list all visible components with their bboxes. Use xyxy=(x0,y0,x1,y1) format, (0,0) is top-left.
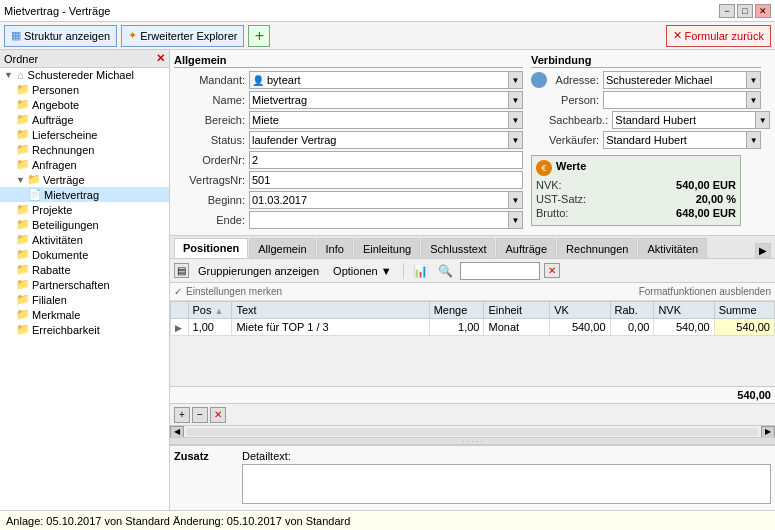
sidebar-item-dokumente[interactable]: 📁 Dokumente xyxy=(0,247,169,262)
scroll-track[interactable] xyxy=(186,428,759,436)
scroll-left-button[interactable]: ◀ xyxy=(170,426,184,438)
options-button[interactable]: Optionen ▼ xyxy=(328,263,397,279)
brutto-value: 648,00 EUR xyxy=(676,207,736,219)
status-dropdown-icon[interactable]: ▼ xyxy=(509,131,523,149)
data-table: Pos ▲ Text Menge Einheit VK Rab. NVK Sum… xyxy=(170,301,775,336)
delete-row-button[interactable]: ✕ xyxy=(210,407,226,423)
tab-rechnungen[interactable]: Rechnungen xyxy=(557,238,637,258)
sidebar-item-erreichbarkeit[interactable]: 📁 Erreichbarkeit xyxy=(0,322,169,337)
detailtext-textarea[interactable] xyxy=(242,464,771,504)
sidebar-item-rabatte[interactable]: 📁 Rabatte xyxy=(0,262,169,277)
table-toolbar: ▤ Gruppierungen anzeigen Optionen ▼ 📊 🔍 … xyxy=(170,259,775,283)
beginn-calendar-icon[interactable]: ▼ xyxy=(509,191,523,209)
table-icon-1[interactable]: 📊 xyxy=(410,263,431,279)
structure-button[interactable]: ▦ Struktur anzeigen xyxy=(4,25,117,47)
col-summe-header[interactable]: Summe xyxy=(714,302,774,319)
mandant-input[interactable] xyxy=(265,71,509,89)
table-area[interactable]: Pos ▲ Text Menge Einheit VK Rab. NVK Sum… xyxy=(170,301,775,386)
sidebar-item-label: Schustereder Michael xyxy=(28,69,134,81)
table-toolbar-separator xyxy=(403,263,404,279)
status-input[interactable] xyxy=(249,131,509,149)
table-row[interactable]: ▶ 1,00 Miete für TOP 1 / 3 1,00 Monat 54… xyxy=(171,319,775,336)
col-rab-header[interactable]: Rab. xyxy=(610,302,654,319)
tab-aktivitaeten[interactable]: Aktivitäten xyxy=(638,238,707,258)
vertragsnr-input[interactable] xyxy=(249,171,523,189)
sidebar-item-projekte[interactable]: 📁 Projekte xyxy=(0,202,169,217)
sidebar-item-vertraege[interactable]: ▼ 📁 Verträge xyxy=(0,172,169,187)
total-value: 540,00 xyxy=(737,389,771,401)
sidebar-item-label: Personen xyxy=(32,84,79,96)
verkaeufer-dropdown-icon[interactable]: ▼ xyxy=(747,131,761,149)
sidebar-item-partnerschaften[interactable]: 📁 Partnerschaften xyxy=(0,277,169,292)
sidebar-close-button[interactable]: ✕ xyxy=(156,52,165,65)
mandant-row: Mandant: 👤 ▼ xyxy=(174,71,523,89)
table-search-input[interactable] xyxy=(460,262,540,280)
table-clear-search-icon[interactable]: ✕ xyxy=(544,263,560,278)
adresse-dropdown-icon[interactable]: ▼ xyxy=(747,71,761,89)
sidebar-item-filialen[interactable]: 📁 Filialen xyxy=(0,292,169,307)
sidebar-item-schustereder[interactable]: ▼ ⌂ Schustereder Michael xyxy=(0,68,169,82)
mandant-dropdown-icon[interactable]: ▼ xyxy=(509,71,523,89)
sidebar-item-lieferscheine[interactable]: 📁 Lieferscheine xyxy=(0,127,169,142)
sidebar-item-anfragen[interactable]: 📁 Anfragen xyxy=(0,157,169,172)
scroll-right-button[interactable]: ▶ xyxy=(761,426,775,438)
table-search-icon[interactable]: 🔍 xyxy=(435,263,456,279)
settings-check-icon: ✓ xyxy=(174,286,182,297)
person-dropdown-icon[interactable]: ▼ xyxy=(747,91,761,109)
ende-calendar-icon[interactable]: ▼ xyxy=(509,211,523,229)
tab-einleitung[interactable]: Einleitung xyxy=(354,238,420,258)
groupings-button[interactable]: Gruppierungen anzeigen xyxy=(193,263,324,279)
sidebar-item-auftraege[interactable]: 📁 Aufträge xyxy=(0,112,169,127)
adresse-input[interactable] xyxy=(603,71,747,89)
tab-positionen[interactable]: Positionen xyxy=(174,238,248,258)
horizontal-scrollbar[interactable]: ◀ ▶ xyxy=(170,425,775,437)
form-back-button[interactable]: ✕ Formular zurück xyxy=(666,25,771,47)
bereich-input-group: ▼ xyxy=(249,111,523,129)
maximize-button[interactable]: □ xyxy=(737,4,753,18)
person-input[interactable] xyxy=(603,91,747,109)
bereich-dropdown-icon[interactable]: ▼ xyxy=(509,111,523,129)
tab-info[interactable]: Info xyxy=(317,238,353,258)
add-button[interactable]: + xyxy=(248,25,270,47)
sachbearbeiter-dropdown-icon[interactable]: ▼ xyxy=(756,111,770,129)
ende-input[interactable] xyxy=(249,211,509,229)
sidebar-item-merkmale[interactable]: 📁 Merkmale xyxy=(0,307,169,322)
sidebar-item-aktivitaeten[interactable]: 📁 Aktivitäten xyxy=(0,232,169,247)
col-vk-header[interactable]: VK xyxy=(550,302,610,319)
verkaeufer-input[interactable] xyxy=(603,131,747,149)
name-input[interactable] xyxy=(249,91,509,109)
close-window-button[interactable]: ✕ xyxy=(755,4,771,18)
col-einheit-header[interactable]: Einheit xyxy=(484,302,550,319)
tab-allgemein[interactable]: Allgemein xyxy=(249,238,315,258)
person-row: Person: ▼ xyxy=(531,91,761,109)
tab-schlusstext[interactable]: Schlusstext xyxy=(421,238,495,258)
tabs-next-arrow[interactable]: ▶ xyxy=(755,243,771,258)
tab-auftraege[interactable]: Aufträge xyxy=(496,238,556,258)
sidebar-item-beteiligungen[interactable]: 📁 Beteiligungen xyxy=(0,217,169,232)
ordernr-input[interactable] xyxy=(249,151,523,169)
sachbearbeiter-input[interactable] xyxy=(612,111,756,129)
sidebar-item-personen[interactable]: 📁 Personen xyxy=(0,82,169,97)
beginn-input[interactable] xyxy=(249,191,509,209)
sidebar-item-label: Aktivitäten xyxy=(32,234,83,246)
explorer-button[interactable]: ✦ Erweiterter Explorer xyxy=(121,25,244,47)
name-dropdown-icon[interactable]: ▼ xyxy=(509,91,523,109)
bereich-input[interactable] xyxy=(249,111,509,129)
col-pos-header[interactable]: Pos ▲ xyxy=(188,302,232,319)
status-input-group: ▼ xyxy=(249,131,523,149)
status-row: Status: ▼ xyxy=(174,131,523,149)
minimize-button[interactable]: − xyxy=(719,4,735,18)
sidebar-item-angebote[interactable]: 📁 Angebote xyxy=(0,97,169,112)
sidebar-item-mietvertrag[interactable]: 📄 Mietvertrag xyxy=(0,187,169,202)
ust-label: UST-Satz: xyxy=(536,193,586,205)
werte-section: € Werte NVK: 540,00 EUR UST-Satz: 20,00 … xyxy=(531,155,741,226)
col-nvk-header[interactable]: NVK xyxy=(654,302,714,319)
folder-icon: 📁 xyxy=(27,173,41,186)
mandant-icon: 👤 xyxy=(249,71,265,89)
structure-icon: ▦ xyxy=(11,29,21,42)
remove-row-button[interactable]: − xyxy=(192,407,208,423)
add-row-button[interactable]: + xyxy=(174,407,190,423)
col-menge-header[interactable]: Menge xyxy=(429,302,484,319)
sidebar-item-rechnungen[interactable]: 📁 Rechnungen xyxy=(0,142,169,157)
col-text-header[interactable]: Text xyxy=(232,302,429,319)
